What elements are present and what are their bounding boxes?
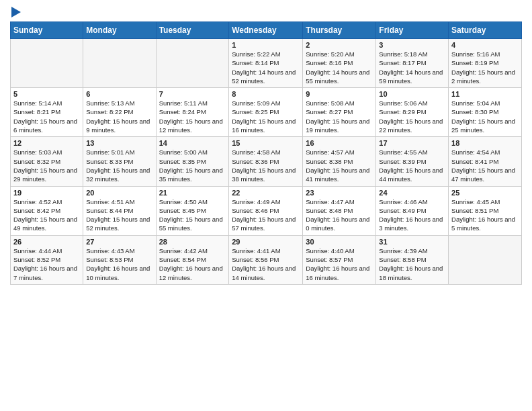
day-info: Sunrise: 4:42 AM Sunset: 8:54 PM Dayligh… — [159, 246, 226, 282]
day-number: 12 — [13, 139, 80, 147]
calendar-cell: 29Sunrise: 4:41 AM Sunset: 8:56 PM Dayli… — [229, 235, 303, 284]
calendar-cell: 2Sunrise: 5:20 AM Sunset: 8:16 PM Daylig… — [303, 39, 376, 88]
calendar-cell: 9Sunrise: 5:08 AM Sunset: 8:27 PM Daylig… — [303, 88, 376, 137]
day-info: Sunrise: 5:01 AM Sunset: 8:33 PM Dayligh… — [86, 148, 152, 183]
header-thursday: Thursday — [303, 22, 376, 39]
day-info: Sunrise: 5:20 AM Sunset: 8:16 PM Dayligh… — [306, 50, 373, 85]
day-number: 14 — [159, 139, 226, 147]
calendar-cell: 11Sunrise: 5:04 AM Sunset: 8:30 PM Dayli… — [449, 88, 522, 137]
header-saturday: Saturday — [449, 22, 522, 39]
calendar-cell: 15Sunrise: 4:58 AM Sunset: 8:36 PM Dayli… — [229, 137, 303, 186]
calendar-cell: 21Sunrise: 4:50 AM Sunset: 8:45 PM Dayli… — [156, 186, 229, 235]
header-sunday: Sunday — [11, 22, 83, 39]
calendar-cell: 28Sunrise: 4:42 AM Sunset: 8:54 PM Dayli… — [156, 235, 229, 284]
day-info: Sunrise: 4:47 AM Sunset: 8:48 PM Dayligh… — [306, 197, 373, 233]
calendar-week-row: 26Sunrise: 4:44 AM Sunset: 8:52 PM Dayli… — [11, 235, 522, 284]
day-number: 31 — [379, 238, 445, 246]
day-number: 15 — [232, 139, 300, 147]
day-number: 20 — [86, 189, 152, 197]
day-info: Sunrise: 4:49 AM Sunset: 8:46 PM Dayligh… — [232, 197, 300, 233]
calendar-cell: 16Sunrise: 4:57 AM Sunset: 8:38 PM Dayli… — [303, 137, 376, 186]
day-number: 9 — [306, 90, 373, 98]
header-friday: Friday — [376, 22, 449, 39]
day-info: Sunrise: 5:14 AM Sunset: 8:21 PM Dayligh… — [13, 99, 80, 134]
day-number: 16 — [306, 139, 373, 147]
calendar-week-row: 19Sunrise: 4:52 AM Sunset: 8:42 PM Dayli… — [11, 186, 522, 235]
day-info: Sunrise: 4:57 AM Sunset: 8:38 PM Dayligh… — [306, 148, 373, 183]
logo-arrow-icon — [11, 7, 21, 17]
day-number: 5 — [13, 90, 80, 98]
day-info: Sunrise: 4:55 AM Sunset: 8:39 PM Dayligh… — [379, 148, 445, 183]
calendar-cell: 12Sunrise: 5:03 AM Sunset: 8:32 PM Dayli… — [11, 137, 83, 186]
day-number: 19 — [13, 189, 80, 197]
day-info: Sunrise: 5:11 AM Sunset: 8:24 PM Dayligh… — [159, 99, 226, 134]
day-number: 24 — [379, 189, 445, 197]
day-number: 23 — [306, 189, 373, 197]
calendar-cell: 24Sunrise: 4:46 AM Sunset: 8:49 PM Dayli… — [376, 186, 449, 235]
day-number: 22 — [232, 189, 300, 197]
day-info: Sunrise: 4:58 AM Sunset: 8:36 PM Dayligh… — [232, 148, 300, 183]
calendar-cell: 27Sunrise: 4:43 AM Sunset: 8:53 PM Dayli… — [83, 235, 156, 284]
logo — [10, 7, 21, 17]
day-number: 13 — [86, 139, 152, 147]
day-info: Sunrise: 4:54 AM Sunset: 8:41 PM Dayligh… — [451, 148, 519, 183]
page: Sunday Monday Tuesday Wednesday Thursday… — [0, 0, 532, 411]
day-info: Sunrise: 5:18 AM Sunset: 8:17 PM Dayligh… — [379, 50, 445, 85]
calendar-cell — [156, 39, 229, 88]
calendar-cell — [83, 39, 156, 88]
calendar-cell — [11, 39, 83, 88]
header-tuesday: Tuesday — [156, 22, 229, 39]
logo-line1 — [10, 7, 21, 17]
calendar-cell: 19Sunrise: 4:52 AM Sunset: 8:42 PM Dayli… — [11, 186, 83, 235]
day-number: 18 — [451, 139, 519, 147]
day-info: Sunrise: 4:51 AM Sunset: 8:44 PM Dayligh… — [86, 197, 152, 233]
day-number: 29 — [232, 238, 300, 246]
day-info: Sunrise: 4:39 AM Sunset: 8:58 PM Dayligh… — [379, 246, 445, 282]
day-info: Sunrise: 4:44 AM Sunset: 8:52 PM Dayligh… — [13, 246, 80, 282]
calendar-week-row: 5Sunrise: 5:14 AM Sunset: 8:21 PM Daylig… — [11, 88, 522, 137]
calendar-cell: 3Sunrise: 5:18 AM Sunset: 8:17 PM Daylig… — [376, 39, 449, 88]
calendar-cell: 25Sunrise: 4:45 AM Sunset: 8:51 PM Dayli… — [449, 186, 522, 235]
calendar-cell: 13Sunrise: 5:01 AM Sunset: 8:33 PM Dayli… — [83, 137, 156, 186]
day-info: Sunrise: 5:04 AM Sunset: 8:30 PM Dayligh… — [451, 99, 519, 134]
calendar-cell: 31Sunrise: 4:39 AM Sunset: 8:58 PM Dayli… — [376, 235, 449, 284]
calendar-header-row: Sunday Monday Tuesday Wednesday Thursday… — [11, 22, 522, 39]
day-number: 25 — [451, 189, 519, 197]
calendar-cell — [449, 235, 522, 284]
calendar-cell: 4Sunrise: 5:16 AM Sunset: 8:19 PM Daylig… — [449, 39, 522, 88]
calendar-cell: 7Sunrise: 5:11 AM Sunset: 8:24 PM Daylig… — [156, 88, 229, 137]
day-info: Sunrise: 5:06 AM Sunset: 8:29 PM Dayligh… — [379, 99, 445, 134]
calendar-cell: 18Sunrise: 4:54 AM Sunset: 8:41 PM Dayli… — [449, 137, 522, 186]
calendar-cell: 14Sunrise: 5:00 AM Sunset: 8:35 PM Dayli… — [156, 137, 229, 186]
calendar-week-row: 12Sunrise: 5:03 AM Sunset: 8:32 PM Dayli… — [11, 137, 522, 186]
day-info: Sunrise: 5:16 AM Sunset: 8:19 PM Dayligh… — [451, 50, 519, 85]
calendar-cell: 23Sunrise: 4:47 AM Sunset: 8:48 PM Dayli… — [303, 186, 376, 235]
day-info: Sunrise: 5:08 AM Sunset: 8:27 PM Dayligh… — [306, 99, 373, 134]
day-info: Sunrise: 4:40 AM Sunset: 8:57 PM Dayligh… — [306, 246, 373, 282]
calendar-cell: 20Sunrise: 4:51 AM Sunset: 8:44 PM Dayli… — [83, 186, 156, 235]
day-number: 26 — [13, 238, 80, 246]
day-number: 21 — [159, 189, 226, 197]
calendar-cell: 5Sunrise: 5:14 AM Sunset: 8:21 PM Daylig… — [11, 88, 83, 137]
day-info: Sunrise: 5:00 AM Sunset: 8:35 PM Dayligh… — [159, 148, 226, 183]
day-info: Sunrise: 4:45 AM Sunset: 8:51 PM Dayligh… — [451, 197, 519, 233]
day-number: 30 — [306, 238, 373, 246]
day-number: 6 — [86, 90, 152, 98]
calendar-cell: 30Sunrise: 4:40 AM Sunset: 8:57 PM Dayli… — [303, 235, 376, 284]
day-number: 7 — [159, 90, 226, 98]
day-info: Sunrise: 4:41 AM Sunset: 8:56 PM Dayligh… — [232, 246, 300, 282]
day-info: Sunrise: 5:22 AM Sunset: 8:14 PM Dayligh… — [232, 50, 300, 85]
day-info: Sunrise: 5:13 AM Sunset: 8:22 PM Dayligh… — [86, 99, 152, 134]
calendar-cell: 22Sunrise: 4:49 AM Sunset: 8:46 PM Dayli… — [229, 186, 303, 235]
day-info: Sunrise: 4:50 AM Sunset: 8:45 PM Dayligh… — [159, 197, 226, 233]
calendar-cell: 26Sunrise: 4:44 AM Sunset: 8:52 PM Dayli… — [11, 235, 83, 284]
day-info: Sunrise: 4:52 AM Sunset: 8:42 PM Dayligh… — [13, 197, 80, 233]
header — [10, 7, 522, 17]
day-number: 11 — [451, 90, 519, 98]
calendar-cell: 6Sunrise: 5:13 AM Sunset: 8:22 PM Daylig… — [83, 88, 156, 137]
calendar-week-row: 1Sunrise: 5:22 AM Sunset: 8:14 PM Daylig… — [11, 39, 522, 88]
calendar-cell: 10Sunrise: 5:06 AM Sunset: 8:29 PM Dayli… — [376, 88, 449, 137]
day-number: 17 — [379, 139, 445, 147]
header-monday: Monday — [83, 22, 156, 39]
day-number: 3 — [379, 41, 445, 49]
